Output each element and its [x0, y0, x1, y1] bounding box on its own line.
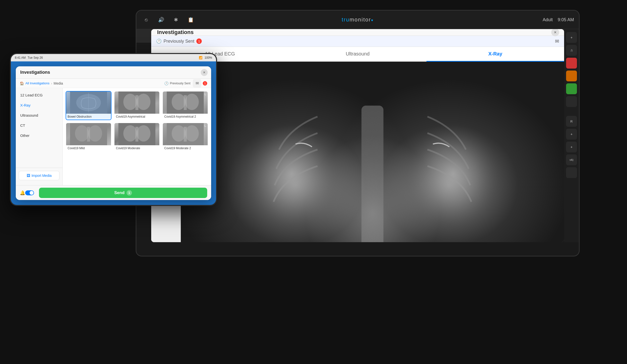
- ipad-breadcrumb: 🏠 All Investigations › Media 🕐 Previousl…: [16, 79, 211, 88]
- import-media-btn[interactable]: 🖼 Import Media: [19, 171, 59, 180]
- sidebar-item-12lead[interactable]: 12 Lead ECG: [16, 90, 62, 100]
- svg-rect-14: [184, 95, 187, 110]
- chest1-xray-svg: [114, 92, 159, 114]
- grid-item-bowel-obstruction[interactable]: Bowel Obstruction: [66, 91, 111, 120]
- chest2-xray-svg: [163, 92, 208, 114]
- grid-item-covid-asymmetrical[interactable]: Covid19 Asymmetrical: [114, 91, 160, 120]
- breadcrumb-all-investigations[interactable]: All Investigations: [25, 81, 50, 85]
- svg-point-2: [353, 95, 507, 242]
- svg-rect-3: [361, 105, 383, 242]
- ipad-modal-title: Investigations: [20, 70, 50, 75]
- svg-point-24: [172, 125, 185, 142]
- monitor-topbar-right: Adult 9:05 AM: [543, 17, 574, 22]
- patient-label-j: J): [566, 45, 577, 56]
- toggle-switch[interactable]: [25, 190, 34, 195]
- covid3-label: Covid19 Mild: [66, 145, 111, 151]
- svg-point-21: [137, 125, 151, 142]
- svg-point-25: [185, 125, 199, 142]
- grid-item-covid-moderate[interactable]: Covid19 Moderate: [114, 123, 160, 152]
- sidebar-item-other[interactable]: Other: [16, 130, 62, 141]
- sidebar-item-ct[interactable]: CT: [16, 120, 62, 130]
- right-add-btn-1[interactable]: +: [566, 32, 577, 43]
- ipad-previously-sent[interactable]: 🕐 Previously Sent ✉ 1: [164, 79, 207, 88]
- ipad-modal-header: Investigations ×: [16, 66, 211, 79]
- previously-sent-label: Previously Sent: [163, 39, 194, 44]
- grid-item-covid-mild[interactable]: Covid19 Mild: [66, 123, 111, 152]
- alert-btn-green[interactable]: [566, 83, 577, 94]
- alert-btn-red[interactable]: [566, 58, 577, 69]
- ipad-modal-footer: 🔔 Send 1: [16, 185, 211, 200]
- previously-sent-text: Previously Sent: [170, 82, 190, 85]
- home-icon: 🏠: [20, 81, 24, 85]
- bell-icon[interactable]: 🔔: [20, 190, 25, 196]
- email-icon[interactable]: ✉: [555, 38, 559, 44]
- sidebar-item-ultrasound[interactable]: Ultrasound: [16, 110, 62, 120]
- volume-icon[interactable]: 🔊: [156, 15, 166, 25]
- ipad-sidebar-bottom: 🖼 Import Media: [16, 168, 62, 183]
- ipad-time: 8:41 AM: [15, 56, 26, 59]
- tab-xray[interactable]: X-Ray: [426, 47, 564, 62]
- ipad-content: Investigations × 🏠 All Investigations › …: [11, 61, 216, 205]
- chest5-xray-svg: [163, 123, 208, 145]
- xray-large-image: [181, 62, 564, 242]
- ipad-media-grid: Bowel Obstruction: [63, 88, 211, 185]
- ipad-sidebar: 12 Lead ECG X-Ray Ultrasound CT Other: [16, 88, 63, 185]
- svg-point-16: [75, 125, 89, 142]
- clock-icon: 🕐: [156, 39, 161, 44]
- xray-svg: [181, 62, 564, 242]
- import-icon: 🖼: [27, 174, 30, 178]
- exit-icon[interactable]: ⎋: [141, 15, 151, 25]
- right-label-r: R: [566, 116, 577, 127]
- covid4-label: Covid19 Moderate: [114, 145, 159, 151]
- grid-item-covid-asymmetrical2[interactable]: L Covid19 Asymmetrical 2: [162, 91, 208, 120]
- ipad-modal-close-btn[interactable]: ×: [201, 69, 208, 76]
- right-btn-round[interactable]: [566, 167, 577, 178]
- ipad-modal-body: 🏠 All Investigations › Media 🕐 Previousl…: [16, 79, 211, 200]
- covid2-label: Covid19 Asymmetrical 2: [163, 114, 208, 120]
- selected-overlay: [66, 92, 111, 114]
- ipad-statusbar: 8:41 AM Tue Sep 26 📶 100%: [11, 54, 216, 61]
- svg-point-8: [123, 94, 137, 110]
- right-label-a: nA): [566, 154, 577, 165]
- svg-rect-18: [87, 127, 90, 142]
- svg-point-1: [238, 95, 392, 242]
- patient-type-label: Adult: [543, 17, 553, 22]
- chest4-xray-svg: [114, 123, 159, 145]
- alert-btn-orange[interactable]: [566, 70, 577, 81]
- ipad-statusbar-right: 📶 100%: [199, 56, 212, 59]
- monitor-inv-title: Investigations: [157, 29, 194, 36]
- monitor-inv-header: Investigations ×: [151, 29, 564, 36]
- right-add-btn-3[interactable]: +: [566, 142, 577, 153]
- right-add-btn-2[interactable]: +: [566, 129, 577, 140]
- thumb-covid1: [114, 92, 159, 114]
- send-button[interactable]: Send 1: [39, 188, 207, 198]
- thumb-bowel: [66, 92, 111, 114]
- ipad-main-split: 12 Lead ECG X-Ray Ultrasound CT Other: [16, 88, 211, 185]
- bowel-obstruction-label: Bowel Obstruction: [66, 114, 111, 120]
- svg-point-9: [137, 94, 151, 110]
- grid-item-covid-moderate2[interactable]: L Covid19 Moderate 2: [162, 123, 208, 152]
- chest3-xray-svg: [66, 123, 111, 145]
- corner-label-l: L: [205, 93, 206, 96]
- wifi-icon: 📶: [199, 56, 203, 59]
- monitor-previously-sent[interactable]: 🕐 Previously Sent 1 ✉: [151, 36, 564, 47]
- svg-rect-26: [184, 127, 187, 142]
- covid1-label: Covid19 Asymmetrical: [114, 114, 159, 120]
- monitor-right-panel: + J) R + + nA): [564, 29, 579, 242]
- monitor-xray-viewer: ⚙: [181, 62, 564, 242]
- brightness-icon[interactable]: ✱: [171, 15, 181, 25]
- thumb-covid2: L: [163, 92, 208, 114]
- right-btn-grey[interactable]: [566, 96, 577, 107]
- sidebar-item-xray[interactable]: X-Ray: [16, 100, 62, 110]
- mail-icon[interactable]: ✉: [193, 79, 201, 88]
- monitor-logo: trumonitor♥: [342, 16, 373, 23]
- tab-ultrasound[interactable]: Ultrasound: [289, 47, 426, 62]
- breadcrumb-separator: ›: [51, 81, 52, 85]
- monitor-inv-close-btn[interactable]: ×: [551, 29, 559, 36]
- settings-icon[interactable]: 📋: [186, 15, 196, 25]
- svg-point-12: [172, 94, 185, 110]
- svg-rect-22: [135, 127, 138, 142]
- monitor-time: 9:05 AM: [558, 17, 574, 22]
- send-count-badge: 1: [127, 190, 132, 196]
- ipad-date: Tue Sep 26: [28, 56, 43, 59]
